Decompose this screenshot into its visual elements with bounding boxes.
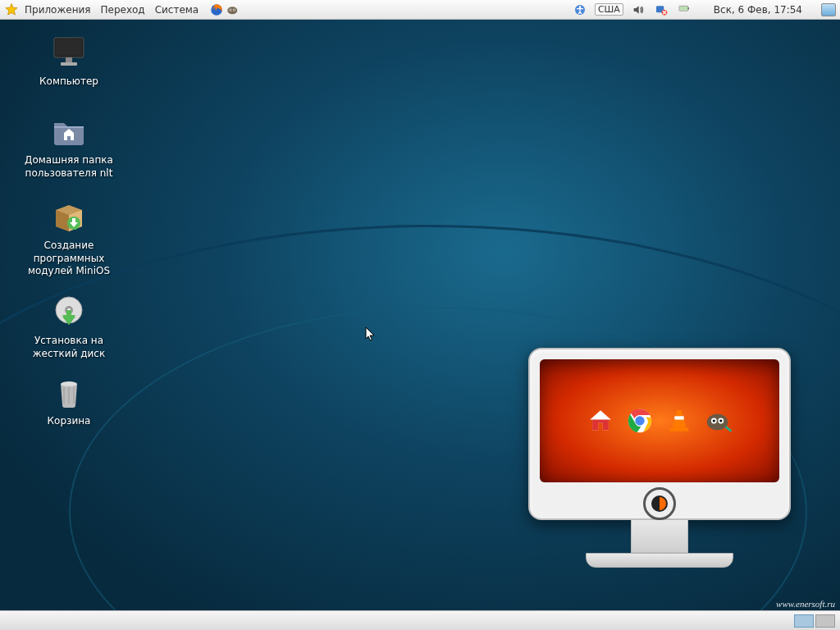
- svg-point-14: [635, 416, 644, 425]
- gimp-icon: [705, 407, 733, 435]
- os-logo-icon: [643, 487, 676, 520]
- bottom-panel: [0, 610, 840, 630]
- network-icon[interactable]: [653, 2, 669, 18]
- star-menu-icon[interactable]: [3, 2, 20, 18]
- battery-icon[interactable]: [676, 2, 692, 18]
- svg-rect-11: [688, 7, 689, 9]
- monitor-icon: [49, 33, 89, 72]
- desktop[interactable]: КомпьютерДомашняя папка пользователя nlt…: [0, 20, 840, 610]
- accessibility-icon[interactable]: [572, 2, 588, 18]
- svg-point-17: [707, 414, 728, 431]
- svg-point-7: [579, 6, 582, 8]
- desktop-icon-label: Домашняя папка пользователя nlt: [11, 154, 126, 180]
- clock[interactable]: Вск, 6 Фев, 17:54: [714, 4, 802, 16]
- svg-point-21: [719, 419, 722, 422]
- workspace-pager[interactable]: [794, 614, 835, 628]
- menu-system[interactable]: Система: [150, 0, 204, 20]
- trash-icon: [49, 372, 89, 412]
- desktop-icon-home[interactable]: Домашняя папка пользователя nlt: [11, 112, 126, 180]
- top-panel: Приложения Переход Система США Вск, 6 Фе…: [0, 0, 840, 20]
- folder-home-icon: [49, 112, 89, 151]
- desktop-icon-trash[interactable]: Корзина: [11, 372, 126, 428]
- desktop-icon-label: Создание программных модулей MiniOS: [11, 240, 126, 278]
- home-icon: [587, 407, 614, 435]
- desktop-icon-label: Установка на жесткий диск: [11, 335, 126, 360]
- firefox-launcher-icon[interactable]: [208, 2, 225, 18]
- desktop-icon-label: Компьютер: [39, 75, 98, 89]
- workspace-2[interactable]: [815, 614, 835, 628]
- vlc-icon: [665, 407, 693, 435]
- chrome-icon: [626, 407, 654, 435]
- watermark-text: www.enersoft.ru: [776, 599, 835, 609]
- desktop-icon-computer[interactable]: Компьютер: [11, 33, 126, 89]
- svg-point-31: [61, 381, 77, 386]
- svg-point-4: [230, 9, 231, 11]
- desktop-icon-install[interactable]: Установка на жесткий диск: [11, 292, 126, 360]
- menu-applications[interactable]: Приложения: [20, 0, 96, 20]
- desktop-icon-modules[interactable]: Создание программных модулей MiniOS: [11, 197, 126, 278]
- svg-rect-12: [680, 6, 687, 10]
- keyboard-layout-indicator[interactable]: США: [595, 3, 623, 16]
- workspace-1[interactable]: [794, 614, 814, 628]
- mouse-cursor-icon: [365, 326, 377, 343]
- svg-rect-26: [61, 62, 77, 66]
- package-icon: [49, 197, 89, 236]
- svg-rect-16: [670, 428, 689, 431]
- svg-rect-24: [56, 39, 82, 56]
- svg-point-20: [713, 419, 715, 422]
- svg-point-1: [227, 7, 237, 14]
- menu-places[interactable]: Переход: [96, 0, 150, 20]
- disc-install-icon: [49, 292, 89, 331]
- svg-point-5: [234, 9, 235, 11]
- svg-rect-15: [674, 416, 683, 419]
- svg-rect-25: [66, 57, 72, 62]
- show-desktop-icon[interactable]: [820, 2, 837, 18]
- volume-icon[interactable]: [630, 2, 646, 18]
- desktop-icon-label: Корзина: [48, 415, 91, 428]
- wallpaper-screen: [540, 359, 779, 482]
- gimp-launcher-icon[interactable]: [225, 2, 241, 18]
- wallpaper-monitor: [528, 348, 791, 586]
